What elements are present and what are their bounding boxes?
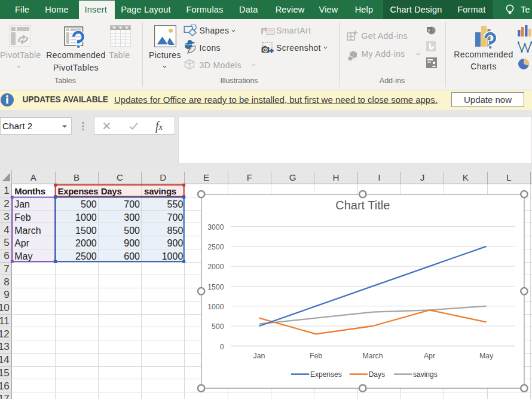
svg-text:Apr: Apr — [424, 352, 435, 360]
svg-text:Days: Days — [369, 370, 385, 379]
svg-text:3000: 3000 — [207, 223, 224, 232]
svg-text:v: v — [428, 28, 430, 33]
svg-text:2500: 2500 — [207, 243, 224, 251]
svg-text:500: 500 — [212, 322, 224, 331]
svg-text:Chart Title: Chart Title — [335, 199, 390, 212]
svg-text:Jan: Jan — [253, 352, 265, 360]
svg-text:May: May — [479, 352, 494, 360]
svg-text:Feb: Feb — [310, 352, 322, 360]
svg-text:savings: savings — [413, 370, 438, 379]
svg-text:March: March — [362, 352, 383, 360]
svg-text:0: 0 — [220, 343, 224, 351]
svg-text:2000: 2000 — [207, 263, 224, 271]
svg-text:Expenses: Expenses — [310, 370, 342, 379]
svg-text:1500: 1500 — [207, 283, 224, 291]
svg-text:1000: 1000 — [207, 303, 224, 311]
